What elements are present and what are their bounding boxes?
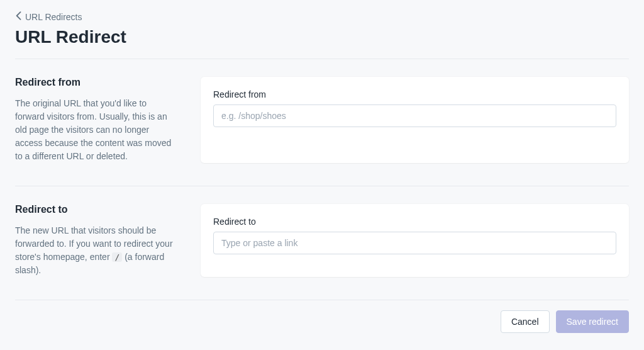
redirect-from-input[interactable] [213,104,616,127]
save-redirect-button[interactable]: Save redirect [556,310,629,333]
section-heading-to: Redirect to [15,204,175,215]
card-redirect-from: Redirect from [201,77,629,163]
breadcrumb-back[interactable]: URL Redirects [15,11,82,22]
breadcrumb-label: URL Redirects [25,12,82,22]
chevron-left-icon [15,11,21,22]
section-info-to: Redirect to The new URL that visitors sh… [15,204,175,277]
footer-actions: Cancel Save redirect [15,300,629,333]
page-title: URL Redirect [15,27,629,47]
section-info-from: Redirect from The original URL that you'… [15,77,175,163]
section-redirect-from: Redirect from The original URL that you'… [15,59,629,186]
section-redirect-to: Redirect to The new URL that visitors sh… [15,186,629,300]
cancel-button[interactable]: Cancel [501,310,550,333]
redirect-to-input[interactable] [213,232,616,254]
section-description-from: The original URL that you'd like to forw… [15,97,175,163]
section-description-to: The new URL that visitors should be forw… [15,224,175,277]
card-redirect-to: Redirect to [201,204,629,277]
field-label-to: Redirect to [213,217,616,227]
section-heading-from: Redirect from [15,77,175,88]
inline-code-slash: / [112,252,122,262]
field-label-from: Redirect from [213,89,616,99]
